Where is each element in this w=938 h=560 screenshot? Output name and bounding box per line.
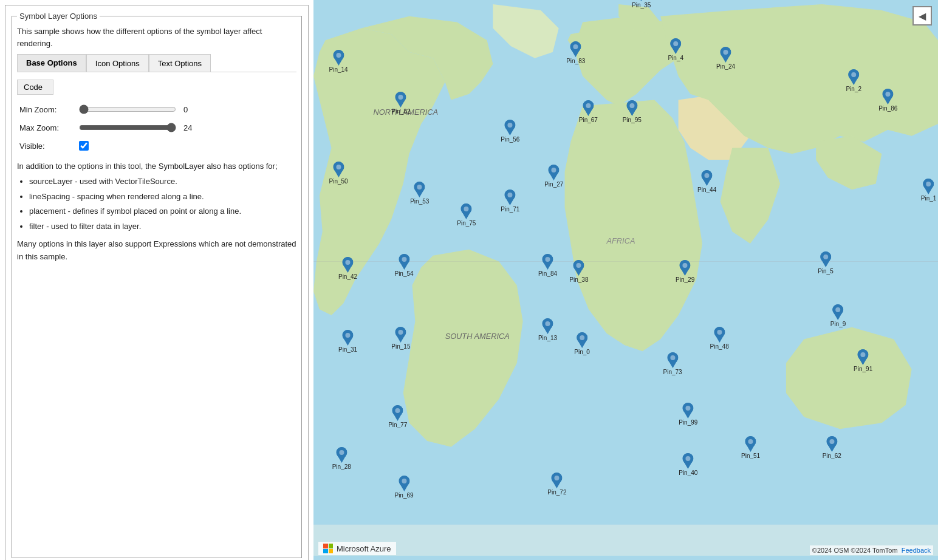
additional-outro: Many options in this layer also support … xyxy=(17,238,296,264)
min-zoom-slider[interactable] xyxy=(79,104,176,114)
panel-title: Symbol Layer Options xyxy=(17,12,100,21)
max-zoom-slider[interactable] xyxy=(79,123,176,132)
tab-text[interactable]: Text Options xyxy=(149,54,211,72)
additional-info: In addition to the options in this tool,… xyxy=(17,160,296,264)
attribution-text: ©2024 OSM ©2024 TomTom xyxy=(812,547,898,554)
map-container[interactable]: NORTH AMERICA SOUTH AMERICA AFRICA Pin_3… xyxy=(313,0,938,560)
options-content: Min Zoom: 0 Max Zoom: 24 Visible: xyxy=(17,100,296,155)
max-zoom-label: Max Zoom: xyxy=(19,123,74,132)
list-item-3: placement - defines if symbol placed on … xyxy=(29,205,296,218)
list-item-1: sourceLayer - used with VectorTileSource… xyxy=(29,176,296,188)
min-zoom-row: Min Zoom: 0 xyxy=(19,104,294,114)
min-zoom-label: Min Zoom: xyxy=(19,105,74,114)
tab-icon[interactable]: Icon Options xyxy=(86,54,149,72)
max-zoom-value: 24 xyxy=(183,123,192,132)
panel-description: This sample shows how the different opti… xyxy=(17,26,296,49)
left-panel: Symbol Layer Options This sample shows h… xyxy=(5,5,309,560)
azure-logo: Microsoft Azure xyxy=(318,542,396,555)
tab-base[interactable]: Base Options xyxy=(17,54,86,72)
back-icon: ◀ xyxy=(919,10,926,22)
back-button[interactable]: ◀ xyxy=(912,6,932,26)
list-item-2: lineSpacing - spacing when rendered alon… xyxy=(29,191,296,203)
additional-intro: In addition to the options in this tool,… xyxy=(17,160,296,173)
min-zoom-value: 0 xyxy=(183,105,188,114)
azure-squares-icon xyxy=(323,544,333,553)
map-svg: NORTH AMERICA SOUTH AMERICA AFRICA xyxy=(313,0,938,560)
visible-checkbox[interactable] xyxy=(79,141,89,151)
code-tab[interactable]: Code xyxy=(17,80,53,95)
svg-text:SOUTH AMERICA: SOUTH AMERICA xyxy=(445,332,510,341)
additional-list: sourceLayer - used with VectorTileSource… xyxy=(29,176,296,233)
svg-text:NORTH AMERICA: NORTH AMERICA xyxy=(373,108,438,117)
feedback-link[interactable]: Feedback xyxy=(902,547,931,554)
visible-label: Visible: xyxy=(19,142,74,151)
azure-label: Microsoft Azure xyxy=(337,544,391,553)
tabs-container: Base Options Icon Options Text Options xyxy=(17,54,296,72)
visible-row: Visible: xyxy=(19,141,294,151)
svg-text:AFRICA: AFRICA xyxy=(606,236,635,245)
map-attribution: ©2024 OSM ©2024 TomTom Feedback xyxy=(810,545,933,555)
list-item-4: filter - used to filter data in layer. xyxy=(29,220,296,233)
panel-fieldset: Symbol Layer Options This sample shows h… xyxy=(12,12,302,558)
max-zoom-row: Max Zoom: 24 xyxy=(19,123,294,132)
